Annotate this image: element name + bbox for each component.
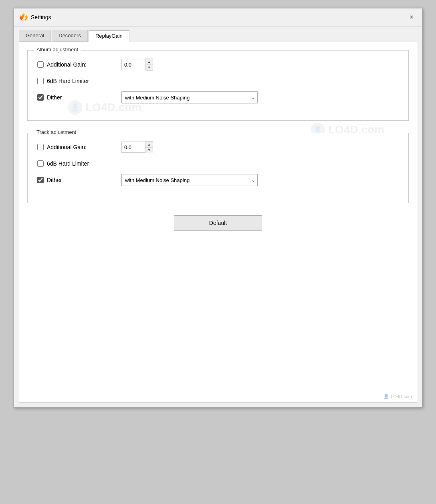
close-button[interactable]: × <box>406 12 417 23</box>
default-button-row: Default <box>27 215 409 231</box>
tab-general[interactable]: General <box>19 30 51 42</box>
album-dither-row: Dither with Medium Noise Shaping without… <box>37 91 399 103</box>
album-section-legend: Album adjustment <box>34 47 81 53</box>
default-button[interactable]: Default <box>174 215 262 231</box>
bottom-logo: 👤 LO4D.com <box>384 394 412 399</box>
album-gain-spin-up[interactable]: ▲ <box>145 59 153 65</box>
app-icon <box>19 13 28 22</box>
track-gain-input[interactable] <box>121 142 145 153</box>
window-title: Settings <box>31 14 51 20</box>
track-dither-label[interactable]: Dither <box>37 177 117 183</box>
track-dither-text: Dither <box>47 177 62 183</box>
track-dither-row: Dither with Medium Noise Shaping without… <box>37 174 399 186</box>
track-gain-spin-down[interactable]: ▼ <box>145 147 153 153</box>
tab-bar: General Decoders ReplayGain <box>14 26 422 42</box>
album-additional-gain-text: Additional Gain: <box>47 61 87 68</box>
track-hard-limiter-text: 6dB Hard Limiter <box>47 160 89 167</box>
album-additional-gain-row: Additional Gain: ▲ ▼ <box>37 59 399 71</box>
album-hard-limiter-text: 6dB Hard Limiter <box>47 78 89 84</box>
settings-window: Settings × General Decoders ReplayGain A… <box>14 8 422 408</box>
track-gain-spin-up[interactable]: ▲ <box>145 142 153 147</box>
title-bar: Settings × <box>14 8 422 26</box>
album-dither-checkbox[interactable] <box>37 94 44 101</box>
album-hard-limiter-row: 6dB Hard Limiter <box>37 78 399 84</box>
track-hard-limiter-checkbox[interactable] <box>37 160 44 167</box>
bottom-logo-text: LO4D.com <box>391 394 412 399</box>
album-adjustment-section: Album adjustment Additional Gain: ▲ ▼ <box>27 50 409 121</box>
album-gain-input[interactable] <box>121 59 145 70</box>
track-hard-limiter-row: 6dB Hard Limiter <box>37 160 399 167</box>
track-adjustment-section: Track adjustment Additional Gain: ▲ ▼ <box>27 133 409 203</box>
track-gain-spin-buttons: ▲ ▼ <box>145 141 153 153</box>
track-additional-gain-text: Additional Gain: <box>47 144 87 150</box>
track-section-legend: Track adjustment <box>34 129 79 135</box>
album-additional-gain-checkbox[interactable] <box>37 61 44 68</box>
track-gain-spinner: ▲ ▼ <box>121 141 153 153</box>
album-gain-spinner: ▲ ▼ <box>121 59 153 71</box>
track-additional-gain-label[interactable]: Additional Gain: <box>37 144 117 150</box>
title-bar-left: Settings <box>19 13 51 22</box>
album-dither-label[interactable]: Dither <box>37 94 117 101</box>
track-hard-limiter-label[interactable]: 6dB Hard Limiter <box>37 160 117 167</box>
album-hard-limiter-checkbox[interactable] <box>37 78 44 84</box>
album-additional-gain-label[interactable]: Additional Gain: <box>37 61 117 68</box>
album-hard-limiter-label[interactable]: 6dB Hard Limiter <box>37 78 117 84</box>
tab-decoders[interactable]: Decoders <box>52 30 88 42</box>
track-dither-select[interactable]: with Medium Noise Shaping without Noise … <box>121 174 258 186</box>
album-dither-select[interactable]: with Medium Noise Shaping without Noise … <box>121 91 258 103</box>
track-dither-checkbox[interactable] <box>37 177 44 183</box>
tab-content-replaygain: Album adjustment Additional Gain: ▲ ▼ <box>19 42 417 403</box>
track-dither-select-wrapper: with Medium Noise Shaping without Noise … <box>121 174 258 186</box>
track-additional-gain-row: Additional Gain: ▲ ▼ <box>37 141 399 153</box>
track-additional-gain-checkbox[interactable] <box>37 144 44 150</box>
album-dither-text: Dither <box>47 94 62 101</box>
album-dither-select-wrapper: with Medium Noise Shaping without Noise … <box>121 91 258 103</box>
album-gain-spin-buttons: ▲ ▼ <box>145 59 153 71</box>
bottom-logo-icon: 👤 <box>384 394 389 399</box>
album-gain-spin-down[interactable]: ▼ <box>145 65 153 70</box>
tab-replaygain[interactable]: ReplayGain <box>89 30 129 42</box>
